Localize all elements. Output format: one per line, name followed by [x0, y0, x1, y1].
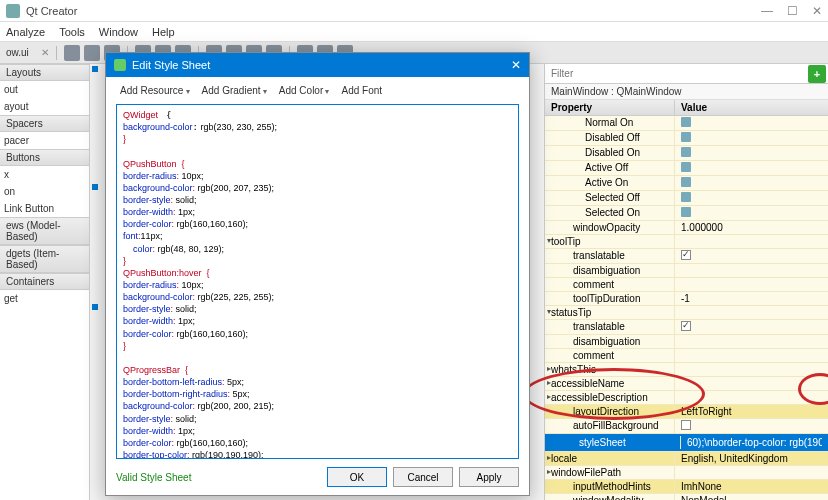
property-row[interactable]: Selected Off — [545, 191, 828, 206]
property-row[interactable]: comment — [545, 278, 828, 292]
property-panel: + MainWindow : QMainWindow Property Valu… — [544, 64, 828, 500]
col-value[interactable]: Value — [675, 100, 713, 115]
property-row[interactable]: ▾statusTip — [545, 306, 828, 320]
menu-tools[interactable]: Tools — [59, 26, 85, 38]
property-row[interactable]: comment — [545, 349, 828, 363]
widget-item[interactable]: pacer — [0, 132, 89, 149]
valid-indicator: Valid Style Sheet — [116, 472, 191, 483]
widget-item[interactable]: on — [0, 183, 89, 200]
pixmap-icon — [681, 162, 691, 172]
palette-icon — [114, 59, 126, 71]
category-header[interactable]: Buttons — [0, 149, 89, 166]
dialog-title-bar[interactable]: Edit Style Sheet ✕ — [106, 53, 529, 77]
category-header[interactable]: dgets (Item-Based) — [0, 245, 89, 273]
pixmap-icon — [681, 192, 691, 202]
checkbox[interactable] — [681, 250, 691, 260]
checkbox[interactable] — [681, 321, 691, 331]
widget-item[interactable]: ayout — [0, 98, 89, 115]
menu-bar: Analyze Tools Window Help — [0, 22, 828, 42]
tool-btn[interactable] — [64, 45, 80, 61]
add-color-button[interactable]: Add Color — [275, 83, 334, 98]
property-row[interactable]: translatable — [545, 320, 828, 335]
property-row[interactable]: Active Off — [545, 161, 828, 176]
category-header[interactable]: ews (Model-Based) — [0, 217, 89, 245]
ok-button[interactable]: OK — [327, 467, 387, 487]
pixmap-icon — [681, 132, 691, 142]
property-row[interactable]: autoFillBackground — [545, 419, 828, 434]
add-resource-button[interactable]: Add Resource — [116, 83, 194, 98]
add-gradient-button[interactable]: Add Gradient — [198, 83, 271, 98]
tool-btn[interactable] — [84, 45, 100, 61]
property-row[interactable]: ▾toolTip — [545, 235, 828, 249]
property-row[interactable]: windowModalityNonModal — [545, 494, 828, 500]
category-header[interactable]: Containers — [0, 273, 89, 290]
property-row[interactable]: Disabled Off — [545, 131, 828, 146]
pixmap-icon — [681, 177, 691, 187]
dialog-close-icon[interactable]: ✕ — [511, 58, 521, 72]
property-row[interactable]: toolTipDuration-1 — [545, 292, 828, 306]
dialog-title: Edit Style Sheet — [132, 59, 210, 71]
col-property[interactable]: Property — [545, 100, 675, 115]
category-header[interactable]: Spacers — [0, 115, 89, 132]
property-row[interactable]: Selected On — [545, 206, 828, 221]
property-row[interactable]: ▸windowFilePath — [545, 466, 828, 480]
pixmap-icon — [681, 207, 691, 217]
property-row[interactable]: ▸whatsThis — [545, 363, 828, 377]
cancel-button[interactable]: Cancel — [393, 467, 453, 487]
close-icon[interactable]: ✕ — [812, 4, 822, 18]
apply-button[interactable]: Apply — [459, 467, 519, 487]
property-row[interactable]: translatable — [545, 249, 828, 264]
property-row[interactable]: windowOpacity1.000000 — [545, 221, 828, 235]
maximize-icon[interactable]: ☐ — [787, 4, 798, 18]
stylesheet-editor[interactable]: QWidget { background-color: rgb(230, 230… — [116, 104, 519, 459]
category-header[interactable]: Layouts — [0, 64, 89, 81]
widget-item[interactable]: x — [0, 166, 89, 183]
filter-input[interactable] — [545, 66, 808, 81]
menu-analyze[interactable]: Analyze — [6, 26, 45, 38]
property-row[interactable]: disambiguation — [545, 264, 828, 278]
doc-tab[interactable]: ow.ui — [6, 47, 37, 58]
menu-window[interactable]: Window — [99, 26, 138, 38]
pixmap-icon — [681, 147, 691, 157]
property-row[interactable]: styleSheet60);\nborder-top-color: rgb(19… — [545, 434, 828, 452]
add-dynamic-property-button[interactable]: + — [808, 65, 826, 83]
widget-item[interactable]: Link Button — [0, 200, 89, 217]
menu-help[interactable]: Help — [152, 26, 175, 38]
minimize-icon[interactable]: — — [761, 4, 773, 18]
add-font-button[interactable]: Add Font — [337, 83, 386, 98]
object-selection: MainWindow : QMainWindow — [545, 84, 828, 100]
property-row[interactable]: layoutDirectionLeftToRight — [545, 405, 828, 419]
property-row[interactable]: inputMethodHintsImhNone — [545, 480, 828, 494]
widget-item[interactable]: out — [0, 81, 89, 98]
pixmap-icon — [681, 117, 691, 127]
title-bar: Qt Creator — ☐ ✕ — [0, 0, 828, 22]
edit-stylesheet-dialog: Edit Style Sheet ✕ Add Resource Add Grad… — [105, 52, 530, 496]
widget-item[interactable]: get — [0, 290, 89, 307]
checkbox[interactable] — [681, 420, 691, 430]
property-row[interactable]: Disabled On — [545, 146, 828, 161]
property-row[interactable]: ▸localeEnglish, UnitedKingdom — [545, 452, 828, 466]
property-row[interactable]: ▸accessibleName — [545, 377, 828, 391]
property-row[interactable]: Active On — [545, 176, 828, 191]
property-row[interactable]: Normal On — [545, 116, 828, 131]
widget-box: LayoutsoutayoutSpacerspacerButtonsxonLin… — [0, 64, 90, 500]
property-row[interactable]: ▸accessibleDescription — [545, 391, 828, 405]
app-icon — [6, 4, 20, 18]
app-title: Qt Creator — [26, 5, 77, 17]
property-row[interactable]: disambiguation — [545, 335, 828, 349]
